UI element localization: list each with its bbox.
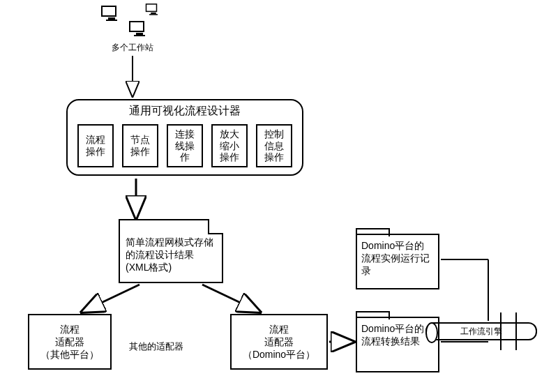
xml-result-text: 简单流程网模式存储的流程设计结果(XML格式) — [120, 220, 222, 277]
folder-instance-text: Domino平台的流程实例运行记录 — [357, 235, 438, 282]
workstation-icon — [143, 1, 164, 19]
workstation-icon — [129, 21, 150, 38]
other-adapters-label: 其他的适配器 — [129, 340, 183, 353]
workflow-engine-label: 工作流引擎 — [460, 326, 502, 338]
folder-instance: Domino平台的流程实例运行记录 — [356, 234, 439, 289]
workstations-label: 多个工作站 — [112, 42, 153, 54]
svg-line-4 — [84, 285, 140, 311]
adapter-other-text: 流程适配器（其他平台） — [40, 323, 99, 361]
adapter-domino-text: 流程适配器（Domino平台） — [243, 323, 315, 361]
adapter-domino-box: 流程适配器（Domino平台） — [230, 314, 328, 370]
workflow-engine: 工作流引擎 — [425, 322, 537, 340]
designer-box-zoom: 放大缩小操作 — [211, 124, 248, 167]
designer-box-control: 控制信息操作 — [256, 124, 292, 167]
designer-box-connector: 连接线操作 — [167, 124, 203, 167]
designer-title: 通用可视化流程设计器 — [68, 104, 302, 119]
adapter-other-box: 流程适配器（其他平台） — [28, 314, 112, 370]
workstation-icon — [101, 6, 122, 23]
svg-line-5 — [202, 285, 258, 311]
designer-box-process: 流程操作 — [77, 124, 114, 167]
designer-box-node: 节点操作 — [122, 124, 158, 167]
xml-result-doc: 简单流程网模式存储的流程设计结果(XML格式) — [119, 220, 223, 283]
designer-container: 通用可视化流程设计器 流程操作 节点操作 连接线操作 放大缩小操作 控制信息操作 — [66, 99, 303, 176]
